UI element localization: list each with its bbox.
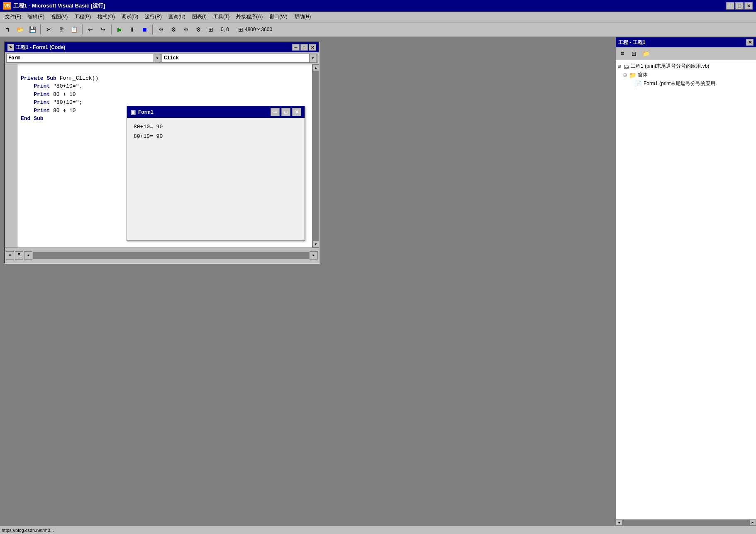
project-toolbar: ≡ ⊞ 📁 [616,47,756,60]
tree-label-forms: 窗体 [638,71,648,78]
panel-h-track [622,520,749,526]
form1-close-btn[interactable]: ✕ [292,108,301,116]
code-window-title: ✎ 工程1 - Form1 (Code) ─ □ ✕ [5,42,319,52]
view-full-btn[interactable]: ≣ [15,251,23,260]
form1-title-text: Form1 [138,109,154,115]
project-view-code-btn[interactable]: ≡ [617,49,628,59]
tree-item-form1[interactable]: 📄 Form1 (print末尾逗号分号的应用. [629,79,754,88]
menu-debug[interactable]: 调试(D) [118,12,142,21]
menu-edit[interactable]: 编辑(E) [24,12,48,21]
project-panel-title-text: 工程 - 工程1 [618,39,645,46]
toolbar-cut-btn[interactable]: ✂ [43,24,55,35]
toolbar-coords: 0, 0 [221,27,229,32]
scroll-left-btn[interactable]: ◄ [24,251,32,260]
status-bar: https://blog.csdn.net/m0... [0,526,756,534]
menu-run[interactable]: 运行(R) [141,12,165,21]
project-panel-title: 工程 - 工程1 ✕ [616,37,756,47]
project-tree[interactable]: ⊟ 🗂 工程1 (print末尾逗号分号的应用.vb) ⊟ 📁 窗体 📄 For… [616,60,756,519]
toolbar-extra3-btn[interactable]: ⚙ [180,24,192,35]
toolbar-sep1 [40,24,41,34]
toolbar-grid-btn[interactable]: ⊞ [205,24,217,35]
scrollbar-up-btn[interactable]: ▲ [312,64,319,71]
h-scrollbar-track [33,252,309,259]
project-view-object-btn[interactable]: ⊞ [629,49,639,59]
toolbar-sep4 [152,24,153,34]
app-title: 工程1 - Microsoft Visual Basic [运行] [13,2,105,10]
tree-expand-forms: ⊟ [623,73,628,77]
toolbar-save-btn[interactable]: 💾 [27,24,38,35]
close-button[interactable]: ✕ [744,2,753,10]
project-toggle-folders-btn[interactable]: 📁 [640,49,651,59]
panel-scroll-left-btn[interactable]: ◄ [616,520,622,526]
menu-tools[interactable]: 工具(T) [210,12,233,21]
scrollbar-track-v [312,71,319,241]
menu-bar: 文件(F) 编辑(E) 视图(V) 工程(P) 格式(O) 调试(D) 运行(R… [0,12,756,22]
form1-minimize-btn[interactable]: ─ [271,108,280,116]
menu-project[interactable]: 工程(P) [71,12,94,21]
tree-icon-forms: 📁 [629,72,636,78]
menu-format[interactable]: 格式(O) [94,12,118,21]
code-scrollbar-vertical[interactable]: ▲ ▼ [312,64,319,247]
toolbar-copy-btn[interactable]: ⎘ [56,24,67,35]
code-window-minimize[interactable]: ─ [292,44,300,51]
event-dropdown-wrapper: Click ▼ [162,54,317,63]
object-dropdown[interactable]: Form [6,54,162,63]
toolbar-size-value: 4800 x 3600 [245,27,272,32]
tree-icon-root: 🗂 [623,63,629,70]
toolbar-size: ⊞ 4800 x 3600 [238,26,272,33]
toolbar-open-btn[interactable]: 📂 [14,24,26,35]
title-bar: VB 工程1 - Microsoft Visual Basic [运行] ─ □… [0,0,756,12]
event-dropdown[interactable]: Click [162,54,317,63]
toolbar-extra4-btn[interactable]: ⚙ [193,24,204,35]
toolbar-new-btn[interactable]: ↰ [2,24,13,35]
form1-maximize-btn[interactable]: □ [281,108,290,116]
view-proc-btn[interactable]: ≡ [6,251,14,260]
toolbar-undo-btn[interactable]: ↩ [85,24,96,35]
object-dropdown-wrapper: Form ▼ [6,54,162,63]
form1-content[interactable]: 80+10= 90 80+10= 90 [127,118,305,240]
title-bar-controls: ─ □ ✕ [726,2,753,10]
form1-title-bar: ▣ Form1 ─ □ ✕ [127,106,305,118]
tree-item-root[interactable]: ⊟ 🗂 工程1 (print末尾逗号分号的应用.vb) [617,62,754,71]
scroll-right-btn[interactable]: ► [310,251,318,260]
toolbar-pause-btn[interactable]: ⏸ [126,24,138,35]
editor-area: ✎ 工程1 - Form1 (Code) ─ □ ✕ Form ▼ [0,37,615,526]
menu-chart[interactable]: 图表(I) [189,12,210,21]
maximize-button[interactable]: □ [735,2,744,10]
form1-controls: ─ □ ✕ [271,108,301,116]
form1-output-line1: 80+10= 90 [134,122,298,132]
tree-icon-form1: 📄 [635,81,642,87]
code-window-icon: ✎ [7,44,14,51]
line-numbers [5,64,17,247]
toolbar-sep3 [111,24,112,34]
project-panel-close-btn[interactable]: ✕ [746,39,754,46]
code-window-controls: ─ □ ✕ [292,44,316,51]
menu-file[interactable]: 文件(F) [2,12,24,21]
toolbar: ↰ 📂 💾 ✂ ⎘ 📋 ↩ ↪ ▶ ⏸ ⏹ ⚙ ⚙ ⚙ ⚙ ⊞ 0, 0 ⊞ 4… [0,22,756,37]
toolbar-redo-btn[interactable]: ↪ [97,24,109,35]
tree-label-root: 工程1 (print末尾逗号分号的应用.vb) [631,63,709,70]
minimize-button[interactable]: ─ [726,2,734,10]
toolbar-extra1-btn[interactable]: ⚙ [155,24,167,35]
scrollbar-down-btn[interactable]: ▼ [312,241,319,247]
code-bottom-bar: ≡ ≣ ◄ ► [5,247,319,262]
toolbar-run-btn[interactable]: ▶ [114,24,125,35]
panel-bottom-scrollbar: ◄ ► [616,519,756,526]
toolbar-size-icon: ⊞ [238,26,243,33]
toolbar-paste-btn[interactable]: 📋 [68,24,80,35]
panel-scroll-right-btn[interactable]: ► [749,520,756,526]
menu-addins[interactable]: 外接程序(A) [233,12,266,21]
menu-window[interactable]: 窗口(W) [266,12,290,21]
toolbar-stop-btn[interactable]: ⏹ [139,24,150,35]
code-window-close[interactable]: ✕ [309,44,316,51]
form1-output-line2: 80+10= 90 [134,132,298,141]
toolbar-extra2-btn[interactable]: ⚙ [168,24,179,35]
code-window-maximize[interactable]: □ [300,44,308,51]
status-url: https://blog.csdn.net/m0... [2,528,54,533]
menu-help[interactable]: 帮助(H) [291,12,315,21]
tree-item-forms[interactable]: ⊟ 📁 窗体 [623,71,754,79]
tree-expand-root: ⊟ [617,64,622,69]
menu-view[interactable]: 视图(V) [48,12,71,21]
menu-query[interactable]: 查询(U) [165,12,189,21]
form1-window[interactable]: ▣ Form1 ─ □ ✕ 80+10= 90 80+10= 90 [127,106,305,241]
